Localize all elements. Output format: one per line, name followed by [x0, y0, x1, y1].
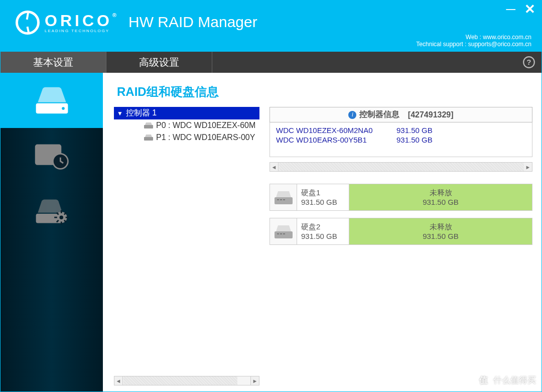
brand-name: ORICO	[45, 12, 112, 30]
sidebar-item-schedule[interactable]	[1, 128, 103, 183]
logo-icon	[16, 11, 40, 35]
expand-arrow-icon: ▼	[117, 110, 123, 117]
titlebar: ORICO® LEADING TECHNOLOGY HW RAID Manage…	[1, 1, 541, 52]
svg-rect-7	[51, 150, 55, 153]
scroll-right-button[interactable]: ►	[523, 163, 532, 171]
svg-rect-15	[144, 125, 153, 128]
disk-block: 硬盘2 931.50 GB 未释放 931.50 GB	[269, 218, 532, 245]
logo: ORICO® LEADING TECHNOLOGY	[16, 11, 119, 35]
drive-icon	[275, 190, 293, 204]
tree-controller[interactable]: ▼ 控制器 1	[114, 107, 259, 119]
disk-status: 未释放 931.50 GB	[349, 218, 532, 244]
svg-rect-5	[40, 150, 44, 153]
drive-row: WDC WD10EZEX-60M2NA0 931.50 GB	[276, 125, 526, 135]
minimize-button[interactable]: ─	[506, 3, 515, 16]
disk-gear-icon	[33, 195, 71, 227]
page-title: RAID组和硬盘信息	[117, 84, 532, 100]
help-button[interactable]: ?	[516, 52, 541, 73]
tab-advanced[interactable]: 高级设置	[106, 52, 212, 73]
svg-rect-6	[45, 150, 49, 153]
drive-icon	[144, 135, 153, 141]
close-button[interactable]: ✕	[524, 3, 535, 16]
svg-rect-24	[283, 233, 285, 234]
disk-name: 硬盘2	[301, 222, 345, 232]
svg-rect-23	[280, 233, 282, 234]
sidebar	[1, 73, 103, 391]
disk-block-icon	[270, 184, 297, 210]
svg-point-14	[59, 215, 63, 219]
disk-size: 931.50 GB	[301, 232, 345, 240]
svg-text:?: ?	[526, 58, 531, 66]
footer-links: Web : www.orico.com.cn Technical support…	[416, 34, 531, 48]
help-icon: ?	[522, 56, 535, 69]
svg-point-3	[62, 107, 65, 110]
tabbar: 基本设置 高级设置 ?	[1, 52, 541, 73]
horizontal-scrollbar[interactable]: ◄ ►	[269, 162, 532, 172]
tab-basic[interactable]: 基本设置	[1, 52, 106, 73]
disk-block-icon	[270, 218, 297, 244]
controller-info-header: i 控制器信息 [427491329]	[269, 107, 532, 122]
info-pane: i 控制器信息 [427491329] WDC WD10EZEX-60M2NA0…	[269, 107, 532, 385]
scroll-left-button[interactable]: ◄	[270, 163, 279, 171]
scroll-thumb[interactable]	[279, 163, 524, 171]
svg-rect-19	[280, 199, 282, 200]
svg-rect-17	[275, 197, 293, 204]
scroll-thumb[interactable]	[123, 376, 237, 385]
disk-status: 未释放 931.50 GB	[349, 184, 532, 210]
svg-rect-16	[144, 137, 153, 141]
content: RAID组和硬盘信息 ▼ 控制器 1 P0 : WDC WD10EZEX-60M	[103, 73, 541, 391]
tree-disk-item[interactable]: P0 : WDC WD10EZEX-60M	[114, 119, 259, 132]
disk-name: 硬盘1	[301, 188, 345, 198]
svg-rect-18	[277, 199, 279, 200]
tree-pane: ▼ 控制器 1 P0 : WDC WD10EZEX-60M P1 : WDC W…	[114, 107, 259, 385]
disk-size: 931.50 GB	[301, 198, 345, 206]
svg-rect-21	[275, 231, 293, 238]
drive-row: WDC WD10EARS-00Y5B1 931.50 GB	[276, 135, 526, 145]
tree-disk-item[interactable]: P1 : WDC WD10EARS-00Y	[114, 132, 259, 144]
svg-rect-20	[283, 199, 285, 200]
sidebar-item-disks[interactable]	[1, 73, 103, 128]
scroll-left-button[interactable]: ◄	[114, 376, 123, 385]
brand-tagline: LEADING TECHNOLOGY	[45, 29, 119, 33]
drive-icon	[275, 224, 293, 238]
svg-rect-8	[40, 155, 44, 158]
svg-rect-9	[45, 155, 49, 158]
scroll-right-button[interactable]: ►	[250, 376, 259, 385]
sidebar-item-disk-settings[interactable]	[1, 183, 103, 238]
disk-block: 硬盘1 931.50 GB 未释放 931.50 GB	[269, 184, 532, 211]
drive-list: WDC WD10EZEX-60M2NA0 931.50 GB WDC WD10E…	[269, 122, 532, 157]
app-title: HW RAID Manager	[128, 14, 257, 31]
disk-icon	[33, 84, 71, 117]
drive-icon	[144, 122, 153, 128]
calendar-clock-icon	[33, 140, 71, 172]
horizontal-scrollbar[interactable]: ◄ ►	[114, 376, 259, 385]
svg-rect-22	[277, 233, 279, 234]
info-icon: i	[348, 111, 356, 119]
